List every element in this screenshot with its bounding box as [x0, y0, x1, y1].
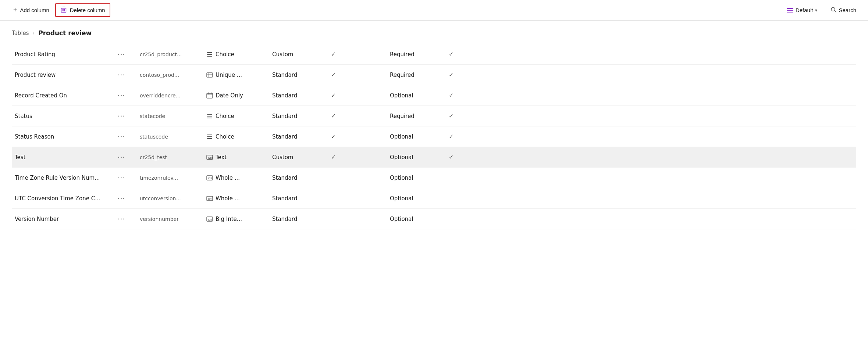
search-button[interactable]: Search — [828, 4, 859, 16]
table-row[interactable]: Status ··· statecode Choice Standard ✓ R… — [12, 106, 856, 126]
row-name: Status Reason — [13, 130, 116, 143]
row-code: cr25d_test — [138, 151, 204, 163]
content-area: Tables › Product review Product Rating ·… — [0, 21, 868, 238]
type-icon-calendar: 21 — [206, 92, 213, 99]
type-label: Unique ... — [216, 72, 242, 78]
default-view-label: Default — [796, 7, 813, 13]
row-dots-menu[interactable]: ··· — [116, 150, 138, 164]
row-searchable-check: ✓ — [330, 130, 359, 143]
row-standard: Standard — [271, 192, 330, 205]
row-required: Optional — [388, 151, 447, 164]
table-row[interactable]: Product review ··· contoso_prod... Uniqu… — [12, 65, 856, 85]
row-name: Version Number — [13, 213, 116, 225]
svg-rect-10 — [207, 73, 213, 77]
type-icon-list — [206, 51, 213, 58]
row-required-check: ✓ — [447, 68, 469, 81]
row-standard: Standard — [271, 172, 330, 184]
row-dots-menu[interactable]: ··· — [116, 130, 138, 143]
table-row[interactable]: Test ··· cr25d_test Abc Text Custom ✓ Op… — [12, 147, 856, 168]
row-type: Choice — [204, 110, 271, 123]
row-required-check — [447, 216, 469, 222]
row-dots-menu[interactable]: ··· — [116, 47, 138, 61]
svg-rect-9 — [207, 56, 212, 57]
svg-text:Abc: Abc — [208, 156, 213, 160]
row-standard: Standard — [271, 130, 330, 143]
row-name: Product review — [13, 69, 116, 81]
table-row[interactable]: UTC Conversion Time Zone C... ··· utccon… — [12, 188, 856, 209]
delete-column-label: Delete column — [70, 7, 105, 13]
row-dots-menu[interactable]: ··· — [116, 109, 138, 123]
row-standard: Standard — [271, 213, 330, 225]
row-code: contoso_prod... — [138, 69, 204, 81]
svg-text:123: 123 — [207, 177, 213, 180]
row-name: Status — [13, 110, 116, 122]
row-code: cr25d_product... — [138, 49, 204, 60]
row-required: Optional — [388, 213, 447, 225]
toolbar-right: Default ▾ Search — [784, 4, 859, 16]
hamburger-icon — [787, 8, 793, 12]
row-type: Choice — [204, 48, 271, 61]
svg-rect-21 — [207, 135, 212, 135]
row-spacer — [359, 216, 388, 222]
type-label: Whole ... — [216, 195, 240, 202]
row-dots-menu[interactable]: ··· — [116, 212, 138, 226]
delete-column-button[interactable]: Delete column — [55, 3, 110, 17]
row-required: Required — [388, 48, 447, 61]
table-row[interactable]: Record Created On ··· overriddencre... 2… — [12, 85, 856, 106]
type-label: Date Only — [216, 92, 243, 99]
type-label: Choice — [216, 133, 234, 140]
type-label: Whole ... — [216, 175, 240, 181]
svg-text:123: 123 — [207, 218, 213, 221]
row-required: Required — [388, 69, 447, 81]
toolbar-left: + Add column Delete column — [9, 3, 110, 17]
row-dots-menu[interactable]: ··· — [116, 191, 138, 205]
row-code: utcconversion... — [138, 193, 204, 204]
svg-rect-19 — [207, 116, 212, 117]
row-spacer — [359, 196, 388, 201]
type-label: Text — [216, 154, 227, 161]
table-row[interactable]: Status Reason ··· statuscode Choice Stan… — [12, 126, 856, 147]
row-dots-menu[interactable]: ··· — [116, 171, 138, 185]
row-code: overriddencre... — [138, 90, 204, 101]
row-required-check — [447, 196, 469, 201]
table-row[interactable]: Time Zone Rule Version Num... ··· timezo… — [12, 168, 856, 188]
type-icon-list — [206, 133, 213, 140]
row-spacer — [359, 154, 388, 160]
row-dots-menu[interactable]: ··· — [116, 68, 138, 82]
row-searchable-check: ✓ — [330, 48, 359, 61]
breadcrumb: Tables › Product review — [12, 29, 856, 37]
type-label: Choice — [216, 51, 234, 58]
svg-text:123: 123 — [207, 197, 213, 201]
row-spacer — [359, 51, 388, 57]
search-icon — [830, 7, 836, 14]
table-row[interactable]: Product Rating ··· cr25d_product... Choi… — [12, 44, 856, 65]
row-required: Required — [388, 110, 447, 122]
row-required: Optional — [388, 89, 447, 102]
breadcrumb-tables-link[interactable]: Tables — [12, 30, 29, 36]
table-row[interactable]: Version Number ··· versionnumber 123 Big… — [12, 209, 856, 229]
row-name: Test — [13, 151, 116, 164]
type-icon-text: Abc — [206, 154, 213, 161]
svg-text:21: 21 — [208, 96, 211, 98]
row-standard: Custom — [271, 48, 330, 61]
row-standard: Standard — [271, 89, 330, 102]
svg-rect-7 — [207, 52, 212, 53]
row-dots-menu[interactable]: ··· — [116, 89, 138, 102]
row-searchable-check — [330, 175, 359, 181]
default-view-button[interactable]: Default ▾ — [784, 5, 821, 15]
row-required-check — [447, 175, 469, 181]
row-type: Choice — [204, 130, 271, 143]
toolbar: + Add column Delete column Default — [0, 0, 868, 21]
chevron-down-icon: ▾ — [815, 8, 817, 13]
columns-table: Product Rating ··· cr25d_product... Choi… — [12, 44, 856, 229]
delete-icon — [60, 6, 67, 14]
breadcrumb-current: Product review — [38, 29, 92, 37]
row-searchable-check — [330, 196, 359, 201]
type-icon-number: 123 — [206, 195, 213, 202]
add-column-label: Add column — [20, 7, 49, 13]
row-code: statuscode — [138, 131, 204, 143]
type-icon-number: 123 — [206, 174, 213, 182]
row-type: Abc Text — [204, 151, 271, 164]
row-name: Time Zone Rule Version Num... — [13, 172, 116, 184]
add-column-button[interactable]: + Add column — [9, 4, 54, 16]
